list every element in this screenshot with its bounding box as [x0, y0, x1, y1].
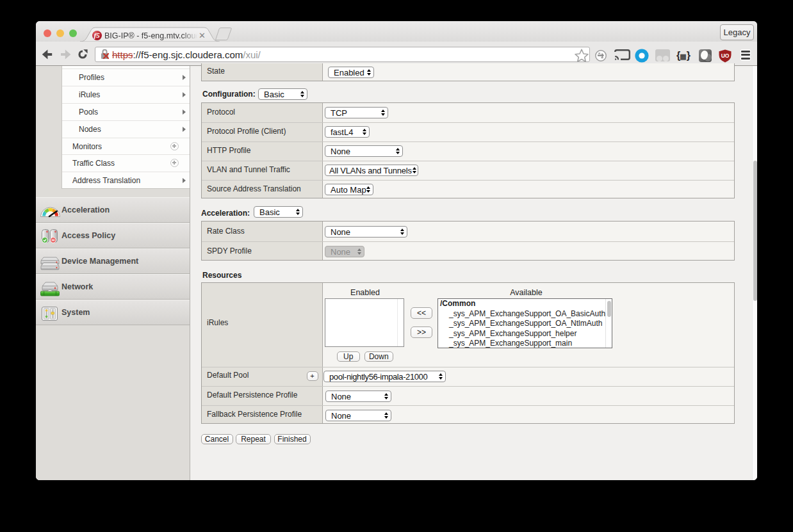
- svg-text:UO: UO: [721, 52, 730, 58]
